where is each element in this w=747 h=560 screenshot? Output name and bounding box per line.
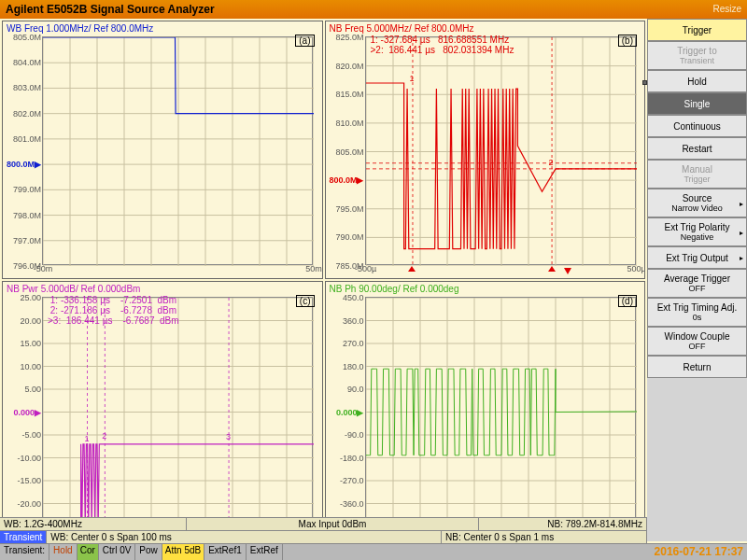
status-nb-span: NB: Center 0 s Span 1 ms <box>442 531 647 543</box>
y-tick: 805.0M <box>335 147 365 157</box>
chart-area[interactable]: 25.0020.0015.0010.005.000.000▶-5.00-10.0… <box>42 297 313 525</box>
y-tick: 270.0 <box>343 339 366 348</box>
panel-letter: (a) <box>295 35 314 47</box>
sidebar-restart[interactable]: Restart <box>647 137 747 160</box>
status-row-2: Transient WB: Center 0 s Span 100 ms NB:… <box>0 530 647 543</box>
y-tick: 801.0M <box>13 134 43 144</box>
x-tick: 50m <box>305 264 322 273</box>
status3-pow: Pow <box>135 544 162 560</box>
panel-title: NB Pwr 5.000dB/ Ref 0.000dBm <box>7 284 140 294</box>
app-title: Agilent E5052B Signal Source Analyzer <box>6 0 215 19</box>
y-tick: 799.0M <box>13 185 43 194</box>
chart-area[interactable]: 825.0M820.0M815.0M810.0M805.0M800.0M▶795… <box>365 36 636 265</box>
panel-title: NB Ph 90.00deg/ Ref 0.000deg <box>330 284 459 294</box>
panel-a[interactable]: WB Freq 1.000MHz/ Ref 800.0MHz(a)805.0M8… <box>2 21 323 279</box>
y-tick: -10.00 <box>17 454 43 463</box>
y-tick: -5.00 <box>21 430 43 440</box>
status3-ctrl: Ctrl 0V <box>99 544 136 560</box>
sidebar-continuous[interactable]: Continuous <box>647 115 747 137</box>
y-tick: 0.000▶ <box>336 408 366 417</box>
marker-label: 3 <box>226 432 231 441</box>
active-dot-icon <box>642 80 647 85</box>
x-tick: -500µ <box>355 264 376 273</box>
marker-label: 2 <box>102 431 106 441</box>
status-nb: NB: 789.2M-814.8MHz <box>479 518 647 530</box>
sidebar-trigger-to: Trigger toTransient <box>647 41 747 70</box>
sidebar-return[interactable]: Return <box>647 356 747 378</box>
chevron-right-icon: ▸ <box>740 254 743 262</box>
y-tick: 15.00 <box>20 339 43 348</box>
y-tick: 797.0M <box>13 236 43 245</box>
sidebar: TriggerTrigger toTransientHoldSingleCont… <box>647 19 747 541</box>
chevron-right-icon: ▸ <box>740 199 743 207</box>
titlebar: Agilent E5052B Signal Source Analyzer Re… <box>0 0 747 19</box>
panel-d[interactable]: NB Ph 90.00deg/ Ref 0.000deg(d)450.0360.… <box>325 281 646 539</box>
sidebar-single[interactable]: Single <box>647 92 747 115</box>
panel-letter: (d) <box>618 295 637 307</box>
y-tick: 10.00 <box>20 362 43 371</box>
status3-attn: Attn 5dB <box>162 544 204 560</box>
y-tick: -90.0 <box>345 430 366 440</box>
marker-2[interactable] <box>548 266 556 272</box>
y-tick: 20.00 <box>20 316 43 326</box>
plot-grid: WB Freq 1.000MHz/ Ref 800.0MHz(a)805.0M8… <box>0 19 647 541</box>
status-transient-tag[interactable]: Transient <box>0 531 47 543</box>
y-tick: 450.0 <box>343 293 366 302</box>
sidebar-trigger[interactable]: Trigger <box>647 19 747 41</box>
sidebar-manual: ManualTrigger <box>647 160 747 189</box>
status3-extref2: ExtRef <box>247 544 283 560</box>
range-indicator-icon <box>564 268 571 274</box>
y-tick: 25.00 <box>20 293 43 302</box>
status-wb: WB: 1.2G-400MHz <box>0 518 187 530</box>
marker-1[interactable] <box>408 266 416 272</box>
y-tick: 0.000▶ <box>13 408 43 417</box>
y-tick: 5.00 <box>24 385 43 394</box>
chart-area[interactable]: 450.0360.0270.0180.090.00.000▶-90.0-180.… <box>365 297 636 525</box>
status3-cor: Cor <box>78 544 99 560</box>
y-tick: -20.00 <box>17 499 43 509</box>
y-tick: -270.0 <box>340 476 366 485</box>
y-tick: 790.0M <box>335 232 365 242</box>
x-tick: -50m <box>34 264 53 273</box>
y-tick: 360.0 <box>343 316 366 326</box>
y-tick: 795.0M <box>335 204 365 214</box>
marker-readout: 1: -327.684 µs 816.688551 MHz>2: 186.441… <box>371 35 514 55</box>
panel-title: NB Freq 5.000MHz/ Ref 800.0MHz <box>330 23 474 34</box>
y-tick: -180.0 <box>340 454 366 463</box>
y-tick: 805.0M <box>13 33 43 42</box>
panel-c[interactable]: NB Pwr 5.000dB/ Ref 0.000dBm(c) 1: -336.… <box>2 281 323 539</box>
y-tick: 820.0M <box>335 62 365 71</box>
sidebar-ext-trig-polarity[interactable]: Ext Trig PolarityNegative▸ <box>647 217 747 246</box>
status-maxinput: Max Input 0dBm <box>187 518 479 530</box>
status-row-3: Transient: Hold Cor Ctrl 0V Pow Attn 5dB… <box>0 543 747 560</box>
marker-label: 2 <box>549 158 554 167</box>
status-row-1: WB: 1.2G-400MHz Max Input 0dBm NB: 789.2… <box>0 517 647 530</box>
y-tick: 90.0 <box>347 385 366 394</box>
status3-transient: Transient: <box>0 544 49 560</box>
sidebar-ext-trig-timing-adj-[interactable]: Ext Trig Timing Adj.0s <box>647 298 747 327</box>
y-tick: 810.0M <box>335 119 365 128</box>
y-tick: 800.0M▶ <box>7 160 43 169</box>
timestamp: 2016-07-21 17:37 <box>655 545 743 558</box>
y-tick: 815.0M <box>335 90 365 99</box>
sidebar-window-couple[interactable]: Window CoupleOFF <box>647 327 747 356</box>
marker-label: 1 <box>85 434 90 443</box>
sidebar-average-trigger[interactable]: Average TriggerOFF <box>647 269 747 298</box>
chart-area[interactable]: 805.0M804.0M803.0M802.0M801.0M800.0M▶799… <box>42 36 313 265</box>
x-tick: 500µ <box>627 264 645 273</box>
sidebar-source[interactable]: SourceNarrow Video▸ <box>647 189 747 217</box>
panel-letter: (c) <box>296 295 315 307</box>
status3-hold: Hold <box>49 544 78 560</box>
sidebar-ext-trig-output[interactable]: Ext Trig Output▸ <box>647 246 747 269</box>
marker-readout: 1: -336.158 µs -7.2501 dBm 2: -271.186 µ… <box>48 295 179 326</box>
panel-title: WB Freq 1.000MHz/ Ref 800.0MHz <box>7 23 153 34</box>
chevron-right-icon: ▸ <box>740 228 743 236</box>
panel-b[interactable]: NB Freq 5.000MHz/ Ref 800.0MHz(b)1: -327… <box>325 21 646 279</box>
resize-label[interactable]: Resize <box>712 0 741 19</box>
sidebar-hold[interactable]: Hold <box>647 70 747 92</box>
y-tick: 802.0M <box>13 109 43 119</box>
y-tick: 825.0M <box>335 33 365 42</box>
y-tick: 803.0M <box>13 83 43 92</box>
y-tick: 180.0 <box>343 362 366 371</box>
status-wb-span: WB: Center 0 s Span 100 ms <box>47 531 442 543</box>
